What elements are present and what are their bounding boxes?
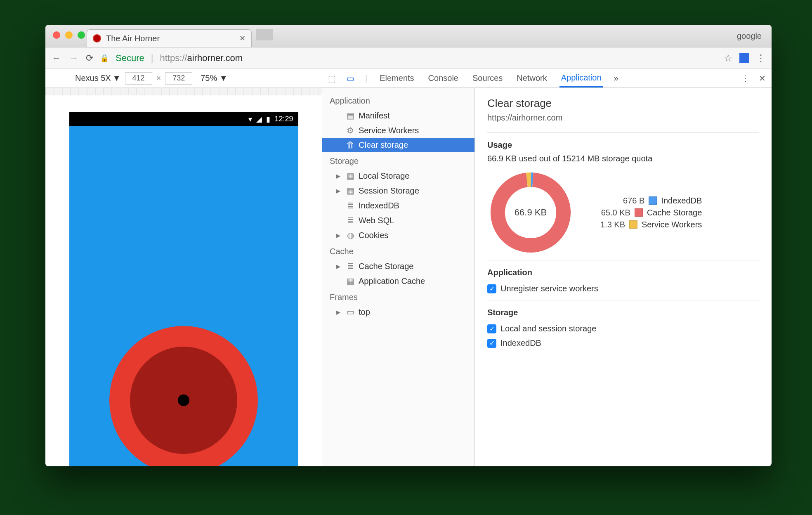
- phone-screen[interactable]: ▾ ◢ ▮ 12:29: [69, 112, 298, 466]
- new-tab-button[interactable]: [256, 29, 273, 40]
- gear-icon: ⚙: [346, 125, 354, 135]
- browser-tab[interactable]: The Air Horner ✕: [87, 29, 252, 47]
- legend-row: 1.3 KBService Workers: [589, 219, 702, 231]
- grid-icon: ▦: [346, 171, 354, 181]
- db-icon: ≣: [346, 201, 354, 210]
- checkbox-icon: ✓: [487, 324, 496, 333]
- application-heading: Application: [487, 268, 759, 277]
- donut-center-label: 66.9 KB: [487, 169, 574, 256]
- battery-icon: ▮: [266, 115, 270, 124]
- reload-button[interactable]: ⟳: [86, 53, 93, 64]
- minimize-window-button[interactable]: [65, 31, 73, 39]
- device-height-input[interactable]: [165, 72, 192, 85]
- airhorn-button[interactable]: [109, 326, 258, 466]
- grid-icon: ▦: [346, 276, 354, 286]
- legend-row: 676 BIndexedDB: [589, 195, 702, 207]
- grid-icon: ▦: [346, 186, 354, 196]
- sidebar-item-label: Service Workers: [359, 126, 419, 135]
- lock-icon: 🔒: [100, 54, 109, 63]
- sidebar-item-service-workers[interactable]: ⚙Service Workers: [322, 123, 474, 138]
- close-tab-button[interactable]: ✕: [239, 34, 245, 43]
- profile-label[interactable]: google: [737, 31, 762, 41]
- window-controls: [53, 31, 85, 39]
- bookmark-button[interactable]: ☆: [724, 52, 733, 64]
- zoom-selector[interactable]: 75% ▼: [201, 73, 227, 83]
- divider: |: [151, 53, 153, 64]
- legend-swatch: [629, 220, 637, 229]
- device-toolbar: Nexus 5X ▼ × 75% ▼: [45, 69, 322, 88]
- sidebar-item-manifest[interactable]: ▤Manifest: [322, 108, 474, 123]
- sidebar-item-web-sql[interactable]: ≣Web SQL: [322, 213, 474, 228]
- legend-value: 1.3 KB: [589, 220, 625, 229]
- tab-sources[interactable]: Sources: [471, 69, 504, 87]
- sidebar-item-label: Cookies: [359, 231, 388, 240]
- tab-title: The Air Horner: [106, 34, 234, 43]
- expand-arrow-icon: ▸: [336, 261, 342, 271]
- legend-swatch: [635, 208, 643, 217]
- checkbox-label: Unregister service workers: [500, 284, 598, 293]
- tab-network[interactable]: Network: [515, 69, 548, 87]
- tab-elements[interactable]: Elements: [378, 69, 415, 87]
- checkbox-icon: ✓: [487, 284, 496, 293]
- sidebar-item-cookies[interactable]: ▸◍Cookies: [322, 228, 474, 243]
- checkbox-unregister-service-workers[interactable]: ✓Unregister service workers: [487, 281, 759, 296]
- close-window-button[interactable]: [53, 31, 60, 39]
- sidebar-item-indexeddb[interactable]: ≣IndexedDB: [322, 198, 474, 213]
- sidebar-item-label: Cache Storage: [359, 262, 413, 271]
- usage-legend: 676 BIndexedDB65.0 KBCache Storage1.3 KB…: [589, 195, 702, 231]
- expand-arrow-icon: ▸: [336, 171, 342, 181]
- sidebar-item-cache-storage[interactable]: ▸≣Cache Storage: [322, 259, 474, 274]
- clear-storage-pane: Clear storage https://airhorner.com Usag…: [475, 88, 772, 466]
- menu-button[interactable]: ⋮: [756, 52, 766, 64]
- device-toggle-icon[interactable]: ▭: [347, 73, 354, 83]
- sidebar-group-heading: Application: [322, 92, 474, 108]
- zoom-window-button[interactable]: [78, 31, 85, 39]
- sidebar-item-session-storage[interactable]: ▸▦Session Storage: [322, 183, 474, 198]
- legend-row: 65.0 KBCache Storage: [589, 207, 702, 219]
- forward-button[interactable]: →: [68, 53, 79, 64]
- sidebar-item-application-cache[interactable]: ▦Application Cache: [322, 274, 474, 288]
- ruler: [45, 88, 322, 95]
- expand-arrow-icon: ▸: [336, 307, 342, 317]
- checkbox-local-and-session-storage[interactable]: ✓Local and session storage: [487, 321, 759, 336]
- device-selector[interactable]: Nexus 5X ▼: [75, 73, 121, 83]
- file-icon: ▤: [346, 111, 354, 120]
- device-width-input[interactable]: [125, 72, 152, 85]
- sidebar-item-label: Web SQL: [359, 216, 394, 225]
- legend-swatch: [649, 196, 657, 205]
- sidebar-item-clear-storage[interactable]: 🗑Clear storage: [322, 138, 474, 152]
- more-tabs-button[interactable]: »: [614, 73, 618, 83]
- pane-title: Clear storage: [487, 97, 759, 110]
- inspect-icon[interactable]: ⬚: [328, 73, 336, 83]
- legend-label: Cache Storage: [647, 208, 702, 217]
- db-icon: ≣: [346, 215, 354, 225]
- frame-icon: ▭: [346, 307, 354, 317]
- sidebar-group-heading: Cache: [322, 243, 474, 259]
- expand-arrow-icon: ▸: [336, 186, 342, 196]
- browser-window: The Air Horner ✕ google ← → ⟳ 🔒 Secure |…: [45, 25, 772, 466]
- sidebar-item-label: Manifest: [359, 111, 390, 120]
- window-titlebar: The Air Horner ✕ google: [45, 25, 772, 47]
- sidebar-item-top[interactable]: ▸▭top: [322, 305, 474, 319]
- checkbox-indexeddb[interactable]: ✓IndexedDB: [487, 336, 759, 350]
- expand-arrow-icon: ▸: [336, 230, 342, 240]
- legend-label: IndexedDB: [661, 196, 702, 206]
- wifi-icon: ▾: [248, 115, 252, 124]
- airhorn-dot: [178, 395, 189, 406]
- usage-heading: Usage: [487, 140, 759, 150]
- devtools-menu-button[interactable]: ⋮: [741, 73, 750, 83]
- sidebar-group-heading: Frames: [322, 288, 474, 305]
- sidebar-item-local-storage[interactable]: ▸▦Local Storage: [322, 168, 474, 183]
- devtools-tabbar: ⬚ ▭ | Elements Console Sources Network A…: [322, 69, 772, 88]
- preview-stage: ▾ ◢ ▮ 12:29: [45, 95, 322, 466]
- device-preview-panel: Nexus 5X ▼ × 75% ▼ ▾ ◢ ▮ 12:29: [45, 69, 322, 466]
- extension-icon[interactable]: [739, 53, 749, 63]
- devtools-close-button[interactable]: ✕: [759, 73, 766, 83]
- tab-application[interactable]: Application: [559, 69, 603, 87]
- secure-label: Secure: [116, 53, 144, 64]
- url-field[interactable]: https://airhorner.com: [160, 53, 243, 64]
- devtools-panel: ⬚ ▭ | Elements Console Sources Network A…: [322, 69, 772, 466]
- back-button[interactable]: ←: [51, 53, 62, 64]
- tab-console[interactable]: Console: [427, 69, 460, 87]
- checkbox-label: Local and session storage: [500, 324, 596, 333]
